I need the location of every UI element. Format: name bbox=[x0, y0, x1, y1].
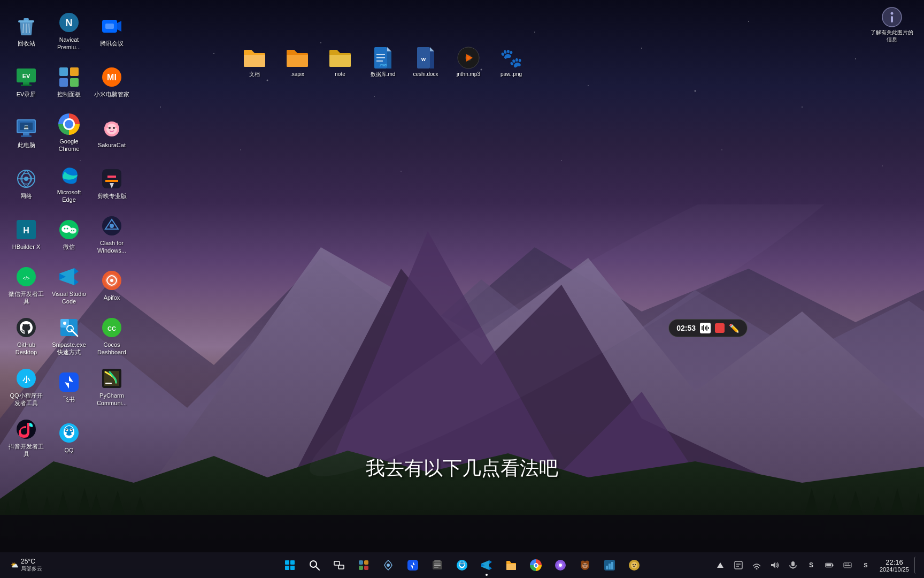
battery-tray-icon[interactable] bbox=[821, 557, 838, 574]
svg-text:小: 小 bbox=[22, 375, 30, 384]
snipaste-label: Snipaste.exe 快速方式 bbox=[50, 341, 88, 355]
file-ceshi-icon[interactable]: W ceshi.docx bbox=[406, 43, 445, 81]
unknown4-taskbar-button[interactable] bbox=[622, 553, 646, 577]
wechat-img bbox=[57, 218, 81, 241]
navicat-icon[interactable]: N Navicat Premiu... bbox=[48, 5, 90, 56]
svg-text:💻: 💻 bbox=[24, 124, 29, 130]
navicat-label: Navicat Premiu... bbox=[50, 36, 88, 50]
svg-point-135 bbox=[387, 564, 390, 567]
svg-rect-34 bbox=[430, 51, 434, 69]
file-ceshi-img: W bbox=[414, 46, 437, 70]
control-panel-icon[interactable]: 控制面板 bbox=[48, 56, 90, 107]
vscode-label: Visual Studio Code bbox=[50, 291, 88, 305]
svg-point-98 bbox=[63, 322, 66, 325]
svg-rect-129 bbox=[334, 561, 340, 565]
vscode-icon[interactable]: Visual Studio Code bbox=[48, 260, 90, 310]
recording-stop-button[interactable] bbox=[715, 323, 725, 333]
volume-tray-icon[interactable] bbox=[766, 557, 783, 574]
clash-icon[interactable]: Clash for Windows... bbox=[91, 209, 133, 260]
feishu-taskbar-button[interactable] bbox=[401, 553, 425, 577]
about-image-button[interactable]: 了解有关此图片的信息 bbox=[871, 5, 913, 43]
svg-rect-20 bbox=[0, 515, 924, 552]
hbuilder-label: HBuilder X bbox=[12, 244, 41, 250]
extra-tray-1[interactable]: S bbox=[857, 557, 874, 574]
douyin-devtools-icon[interactable]: 抖音开发者工具 bbox=[5, 412, 47, 463]
vscode-img bbox=[57, 265, 81, 288]
widgets-button[interactable] bbox=[352, 553, 375, 577]
recording-widget: 02:53 ✏️ bbox=[668, 319, 748, 337]
ms-edge-icon[interactable]: Microsoft Edge bbox=[48, 158, 90, 209]
microphone-tray-icon[interactable] bbox=[784, 557, 802, 574]
this-pc-icon[interactable]: 💻 此电脑 bbox=[5, 107, 47, 158]
unknown1-taskbar-button[interactable] bbox=[549, 553, 572, 577]
system-clock[interactable]: 22:16 2024/10/25 bbox=[875, 557, 913, 574]
qq-label: QQ bbox=[64, 447, 73, 454]
mi-manager-icon[interactable]: MI 小米电脑管家 bbox=[91, 56, 133, 107]
file-db-label: 数据库.md bbox=[371, 71, 396, 78]
copilot-button[interactable] bbox=[376, 553, 400, 577]
folder-xapix-label: .xapix bbox=[290, 71, 304, 78]
folder-doc-label: 文档 bbox=[249, 71, 260, 78]
pycharm-icon[interactable]: PyCharm Communi... bbox=[91, 361, 133, 412]
vscode-taskbar-button[interactable] bbox=[475, 553, 498, 577]
wechat-icon[interactable]: 微信 bbox=[48, 209, 90, 260]
folder-doc-icon[interactable]: 文档 bbox=[235, 43, 274, 81]
taskbar-search-button[interactable] bbox=[303, 553, 326, 577]
svg-rect-126 bbox=[290, 566, 295, 570]
tencent-meeting-icon[interactable]: 腾讯会议 bbox=[91, 5, 133, 56]
unknown3-taskbar-button[interactable] bbox=[598, 553, 621, 577]
desktop-icons-area: 回收站 N Navicat Premiu... 腾讯会议 EV bbox=[0, 0, 134, 482]
action-center-tray[interactable] bbox=[730, 557, 747, 574]
sakuracat-icon[interactable]: SakuraCat bbox=[91, 107, 133, 158]
svg-rect-24 bbox=[891, 16, 893, 22]
recording-pen-button[interactable]: ✏️ bbox=[729, 323, 740, 333]
weather-widget[interactable]: ⛅ 25°C 局部多云 bbox=[6, 557, 47, 574]
about-image-label: 了解有关此图片的信息 bbox=[871, 29, 913, 43]
taskbar-apps bbox=[278, 553, 646, 577]
jianying-icon[interactable]: 剪映专业版 bbox=[91, 158, 133, 209]
apifox-icon[interactable]: Apifox bbox=[91, 260, 133, 310]
github-desktop-icon[interactable]: GitHub Desktop bbox=[5, 310, 47, 361]
ev-screen-icon[interactable]: EV EV录屏 bbox=[5, 56, 47, 107]
unknown2-taskbar-button[interactable] bbox=[573, 553, 597, 577]
mountain-scenery bbox=[0, 204, 924, 552]
snipaste-icon[interactable]: Snipaste.exe 快速方式 bbox=[48, 310, 90, 361]
show-desktop-button[interactable] bbox=[914, 557, 918, 574]
mi-manager-img: MI bbox=[100, 65, 124, 89]
task-view-button[interactable] bbox=[327, 553, 351, 577]
wechat-devtools-icon[interactable]: </> 微信开发者工具 bbox=[5, 260, 47, 310]
folder-xapix-icon[interactable]: .xapix bbox=[278, 43, 317, 81]
chrome-taskbar-button[interactable] bbox=[524, 553, 548, 577]
feishu-icon[interactable]: 飞书 bbox=[48, 361, 90, 412]
file-paw-icon[interactable]: 🐾 paw..png bbox=[492, 43, 530, 81]
google-chrome-icon[interactable]: Google Chrome bbox=[48, 107, 90, 158]
sougou-input-tray[interactable]: S bbox=[803, 557, 820, 574]
qq-miniapp-icon[interactable]: 小 QQ小程序开发者工具 bbox=[5, 361, 47, 412]
file-paw-img: 🐾 bbox=[499, 46, 523, 70]
ms-edge-img bbox=[57, 163, 81, 187]
svg-rect-51 bbox=[23, 82, 29, 85]
file-mp3-icon[interactable]: jnthn.mp3 bbox=[449, 43, 488, 81]
keyboard-tray-icon[interactable] bbox=[839, 557, 856, 574]
svg-rect-118 bbox=[702, 326, 703, 330]
qq-icon[interactable]: QQ bbox=[48, 412, 90, 463]
clock-date: 2024/10/25 bbox=[880, 566, 909, 573]
file-explorer-taskbar-button[interactable] bbox=[499, 553, 523, 577]
start-button[interactable] bbox=[278, 553, 302, 577]
file-db-icon[interactable]: .md 数据库.md bbox=[364, 43, 402, 81]
svg-rect-120 bbox=[705, 326, 706, 330]
hbuilder-icon[interactable]: H HBuilder X bbox=[5, 209, 47, 260]
svg-rect-168 bbox=[735, 561, 742, 569]
clash-img bbox=[100, 214, 124, 238]
mi-manager-label: 小米电脑管家 bbox=[94, 91, 129, 98]
folder-note-icon[interactable]: note bbox=[321, 43, 359, 81]
recycle-bin-icon[interactable]: 回收站 bbox=[5, 5, 47, 56]
svg-rect-131 bbox=[359, 560, 363, 565]
network-tray-icon[interactable] bbox=[748, 557, 765, 574]
svg-point-82 bbox=[69, 227, 76, 233]
show-hidden-tray-button[interactable] bbox=[712, 557, 729, 574]
cocos-icon[interactable]: CC Cocos Dashboard bbox=[91, 310, 133, 361]
network-icon[interactable]: 网络 bbox=[5, 158, 47, 209]
clipboard-taskbar-button[interactable] bbox=[426, 553, 449, 577]
qq-taskbar-button[interactable] bbox=[450, 553, 474, 577]
